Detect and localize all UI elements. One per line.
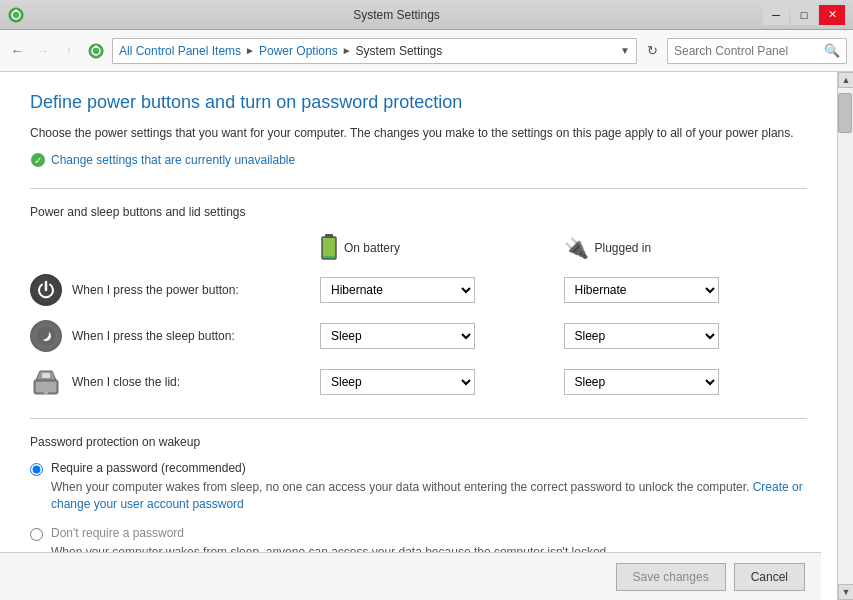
address-bar: ← → ↑ All Control Panel Items ► Power Op… [0,30,853,72]
breadcrumb-current: System Settings [356,44,443,58]
search-box: 🔍 [667,38,847,64]
sleep-plugged-select[interactable]: Do nothing Sleep Hibernate Shut down Tur… [564,323,719,349]
forward-button[interactable]: → [32,40,54,62]
require-password-option: Require a password (recommended) When yo… [30,461,807,513]
plugged-in-header: 🔌 Plugged in [564,236,808,260]
require-password-desc: When your computer wakes from sleep, no … [51,479,807,513]
back-button[interactable]: ← [6,40,28,62]
require-password-label: Require a password (recommended) [51,461,807,475]
no-password-radio[interactable] [30,528,43,541]
on-battery-label: On battery [344,241,400,255]
sleep-button-icon [30,320,62,352]
plugged-in-label: Plugged in [595,241,652,255]
no-password-label: Don't require a password [51,526,610,540]
section-divider [30,188,807,189]
scroll-up-button[interactable]: ▲ [838,72,853,88]
power-button-label: When I press the power button: [30,274,320,306]
page-description: Choose the power settings that you want … [30,125,807,142]
page-title: Define power buttons and turn on passwor… [30,92,807,113]
minimize-button[interactable]: ─ [763,5,789,25]
window-title: System Settings [30,8,763,22]
breadcrumb-power-options[interactable]: Power Options [259,44,338,58]
battery-icon [320,233,338,264]
power-button-icon [30,274,62,306]
search-input[interactable] [674,44,824,58]
content-area: Define power buttons and turn on passwor… [0,72,837,600]
svg-rect-14 [36,382,56,392]
change-settings-link[interactable]: ✓ Change settings that are currently una… [30,152,807,168]
save-changes-button[interactable]: Save changes [616,563,726,591]
svg-rect-9 [325,234,333,238]
column-headers: On battery 🔌 Plugged in [30,233,807,264]
svg-rect-15 [42,373,50,378]
lid-battery-select[interactable]: Do nothing Sleep Hibernate Shut down Tur… [320,369,475,395]
plug-icon: 🔌 [564,236,589,260]
window-controls: ─ □ ✕ [763,5,845,25]
lid-icon [30,366,62,398]
password-divider [30,418,807,419]
scrollbar: ▲ ▼ [837,72,853,600]
password-section-title: Password protection on wakeup [30,435,807,449]
breadcrumb: All Control Panel Items ► Power Options … [112,38,637,64]
section-title: Power and sleep buttons and lid settings [30,205,807,219]
cancel-button[interactable]: Cancel [734,563,805,591]
require-password-radio[interactable] [30,463,43,476]
on-battery-header: On battery [320,233,564,264]
up-button[interactable]: ↑ [58,40,80,62]
create-password-link[interactable]: Create or change your user account passw… [51,480,803,511]
main-container: Define power buttons and turn on passwor… [0,72,853,600]
password-section: Password protection on wakeup Require a … [30,418,807,561]
shield-link-icon: ✓ [30,152,46,168]
sleep-battery-select[interactable]: Do nothing Sleep Hibernate Shut down Tur… [320,323,475,349]
power-button-row: When I press the power button: Do nothin… [30,274,807,306]
search-button[interactable]: 🔍 [824,43,840,58]
svg-rect-10 [323,238,335,256]
power-battery-select[interactable]: Do nothing Sleep Hibernate Shut down Tur… [320,277,475,303]
title-bar: System Settings ─ □ ✕ [0,0,853,30]
app-icon [8,7,24,23]
scroll-track [838,88,853,584]
svg-text:✓: ✓ [34,155,42,166]
scroll-down-button[interactable]: ▼ [838,584,853,600]
lid-label: When I close the lid: [30,366,320,398]
svg-point-12 [36,326,56,346]
sleep-button-row: When I press the sleep button: Do nothin… [30,320,807,352]
scroll-thumb[interactable] [838,93,852,133]
maximize-button[interactable]: □ [791,5,817,25]
bottom-bar: Save changes Cancel [0,552,821,600]
refresh-button[interactable]: ↻ [641,40,663,62]
lid-row: When I close the lid: Do nothing Sleep H… [30,366,807,398]
lid-plugged-select[interactable]: Do nothing Sleep Hibernate Shut down Tur… [564,369,719,395]
close-button[interactable]: ✕ [819,5,845,25]
sleep-button-label: When I press the sleep button: [30,320,320,352]
breadcrumb-dropdown[interactable]: ▼ [620,45,630,56]
breadcrumb-all-control-panel[interactable]: All Control Panel Items [119,44,241,58]
power-plugged-select[interactable]: Do nothing Sleep Hibernate Shut down Tur… [564,277,719,303]
